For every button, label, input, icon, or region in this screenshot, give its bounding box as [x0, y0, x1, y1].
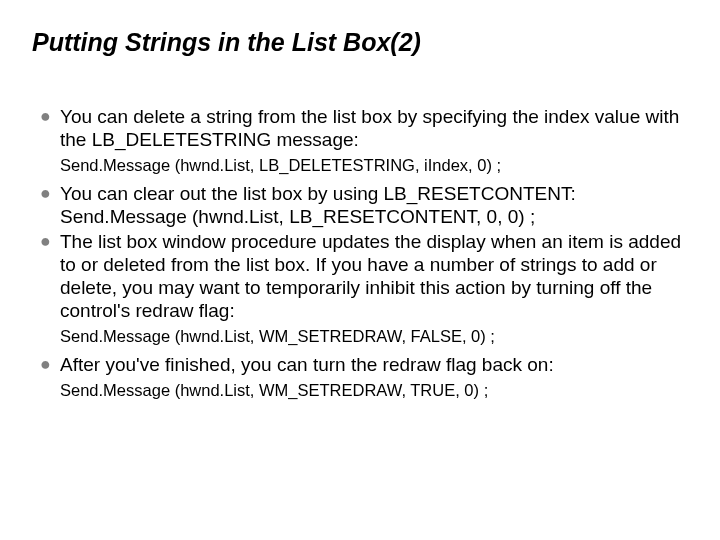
- code-text: Send.Message (hwnd.List, WM_SETREDRAW, F…: [60, 324, 688, 351]
- code-line: Send.Message (hwnd.List, WM_SETREDRAW, T…: [40, 378, 688, 405]
- slide-title: Putting Strings in the List Box(2): [32, 28, 688, 57]
- code-line: Send.Message (hwnd.List, WM_SETREDRAW, F…: [40, 324, 688, 351]
- slide-content: ● You can delete a string from the list …: [32, 105, 688, 405]
- bullet-icon: ●: [40, 230, 60, 253]
- bullet-icon: ●: [40, 353, 60, 376]
- bullet-icon: ●: [40, 105, 60, 128]
- bullet-icon: ●: [40, 182, 60, 205]
- list-item: ● After you've finished, you can turn th…: [40, 353, 688, 376]
- body-text: You can clear out the list box by using …: [60, 182, 688, 228]
- list-item: ● You can delete a string from the list …: [40, 105, 688, 151]
- list-item: ● The list box window procedure updates …: [40, 230, 688, 322]
- code-line: Send.Message (hwnd.List, LB_DELETESTRING…: [40, 153, 688, 180]
- list-item: ● You can clear out the list box by usin…: [40, 182, 688, 228]
- body-text: You can delete a string from the list bo…: [60, 105, 688, 151]
- code-text: Send.Message (hwnd.List, LB_DELETESTRING…: [60, 153, 688, 180]
- body-text: After you've finished, you can turn the …: [60, 353, 688, 376]
- body-text: The list box window procedure updates th…: [60, 230, 688, 322]
- code-text: Send.Message (hwnd.List, WM_SETREDRAW, T…: [60, 378, 688, 405]
